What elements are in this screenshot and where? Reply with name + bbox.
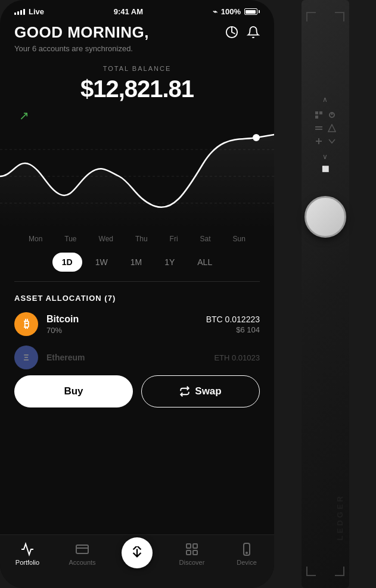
day-sun: Sun [233, 235, 246, 243]
eth-name: Ethereum [46, 353, 85, 362]
svg-rect-9 [187, 550, 191, 555]
chart-container [0, 123, 274, 230]
header-icons [225, 26, 260, 42]
discover-nav-icon [185, 542, 199, 556]
time-display: 9:41 AM [114, 7, 143, 16]
nav-portfolio[interactable]: Portfolio [10, 542, 45, 566]
action-buttons: Buy Swap [14, 375, 260, 407]
eth-amount-peek: ETH 0.01023 [214, 353, 260, 362]
filter-1w[interactable]: 1W [86, 253, 117, 272]
svg-rect-7 [187, 544, 191, 548]
swap-button[interactable]: Swap [141, 375, 260, 407]
signal-bar-2 [17, 11, 19, 15]
device-main-button[interactable] [304, 196, 346, 238]
device-body: ∧ [302, 0, 349, 588]
asset-info-right: BTC 0.012223 $6 104 [206, 315, 260, 334]
device-icon-5 [315, 137, 323, 145]
asset-row-bitcoin[interactable]: ₿ Bitcoin 70% BTC 0.012223 $6 104 [14, 312, 260, 336]
nav-device[interactable]: Device [229, 542, 265, 566]
signal-bar-4 [23, 9, 25, 15]
subtitle-text: Your 6 accounts are synchronized. [14, 44, 149, 53]
asset-value: $6 104 [206, 325, 260, 334]
status-left: Live [14, 7, 44, 16]
nav-accounts[interactable]: Accounts [64, 542, 100, 566]
day-tue: Tue [64, 235, 76, 243]
nav-device-label: Device [237, 559, 257, 566]
device-icon-2 [328, 111, 336, 119]
nav-accounts-label: Accounts [69, 559, 95, 566]
bell-icon[interactable] [247, 26, 260, 42]
phone-frame: Live 9:41 AM ⌁ 100% GOOD MORNING, Your 6… [0, 0, 274, 588]
filter-all[interactable]: ALL [188, 253, 222, 272]
transfer-button[interactable] [122, 537, 153, 568]
greeting-text: GOOD MORNING, [14, 23, 149, 42]
svg-rect-15 [315, 116, 318, 119]
device-up-arrow: ∧ [322, 95, 328, 104]
balance-amount: $12,821.81 [14, 76, 260, 102]
bitcoin-icon: ₿ [14, 312, 38, 336]
device-screen: ∧ [307, 95, 343, 172]
swap-icon [179, 386, 190, 397]
svg-rect-10 [193, 550, 197, 555]
asset-name-block: Bitcoin 70% [46, 314, 79, 335]
signal-bars [14, 9, 25, 15]
device-icon-4 [328, 124, 336, 132]
corner-tr [335, 12, 344, 21]
filter-1y[interactable]: 1Y [155, 253, 184, 272]
svg-point-3 [253, 135, 259, 141]
battery-indicator [244, 8, 260, 15]
nav-discover-label: Discover [179, 559, 205, 566]
portfolio-icon[interactable] [225, 26, 238, 42]
buy-label: Buy [64, 385, 83, 397]
svg-rect-8 [193, 544, 197, 548]
eth-icon: Ξ [14, 346, 38, 369]
day-thu: Thu [135, 235, 148, 243]
device-brand-label: LEDGER [335, 494, 344, 540]
asset-percent: 70% [46, 326, 79, 335]
nav-discover[interactable]: Discover [174, 542, 210, 566]
asset-row-peek: Ξ Ethereum ETH 0.01023 [14, 346, 260, 369]
greeting-block: GOOD MORNING, Your 6 accounts are synchr… [14, 23, 149, 53]
chart-day-labels: Mon Tue Wed Thu Fri Sat Sun [14, 230, 260, 243]
asset-name: Bitcoin [46, 314, 79, 325]
portfolio-nav-icon [20, 542, 35, 556]
price-chart [0, 123, 274, 230]
device-icons-grid [315, 111, 336, 145]
signal-bar-1 [14, 13, 16, 15]
device-nav-icon [240, 542, 254, 556]
buy-button[interactable]: Buy [14, 375, 133, 407]
swap-label: Swap [195, 385, 221, 397]
svg-rect-14 [319, 111, 322, 114]
svg-point-12 [246, 552, 247, 553]
svg-rect-18 [315, 126, 322, 127]
corner-bl [306, 567, 316, 576]
transfer-icon [130, 546, 144, 559]
device-screen-icon: ⬜ [322, 166, 329, 172]
bottom-nav: Portfolio Accounts [0, 534, 274, 588]
asset-amount: BTC 0.012223 [206, 315, 260, 324]
nav-transfer[interactable] [119, 542, 155, 568]
carrier-label: Live [29, 7, 44, 16]
nav-portfolio-label: Portfolio [15, 559, 39, 566]
signal-bar-3 [20, 10, 22, 15]
svg-marker-20 [328, 125, 335, 132]
battery-percent: 100% [221, 7, 241, 16]
balance-label: TOTAL BALANCE [14, 65, 260, 72]
device-icon-6 [328, 137, 336, 145]
header-section: GOOD MORNING, Your 6 accounts are synchr… [14, 23, 260, 53]
svg-rect-13 [315, 111, 318, 114]
main-content: GOOD MORNING, Your 6 accounts are synchr… [0, 18, 274, 553]
bluetooth-icon: ⌁ [213, 7, 217, 16]
device-down-arrow: ∨ [322, 153, 328, 161]
ledger-device: ∧ [274, 0, 376, 588]
svg-rect-4 [76, 545, 88, 553]
asset-allocation-title: ASSET ALLOCATION (7) [14, 294, 260, 303]
filter-1d[interactable]: 1D [52, 253, 82, 272]
accounts-nav-icon [75, 542, 89, 556]
day-fri: Fri [170, 235, 178, 243]
filter-1m[interactable]: 1M [121, 253, 151, 272]
trend-indicator: ↗ [14, 108, 260, 123]
day-mon: Mon [29, 235, 42, 243]
corner-tl [306, 12, 316, 21]
day-sat: Sat [200, 235, 211, 243]
